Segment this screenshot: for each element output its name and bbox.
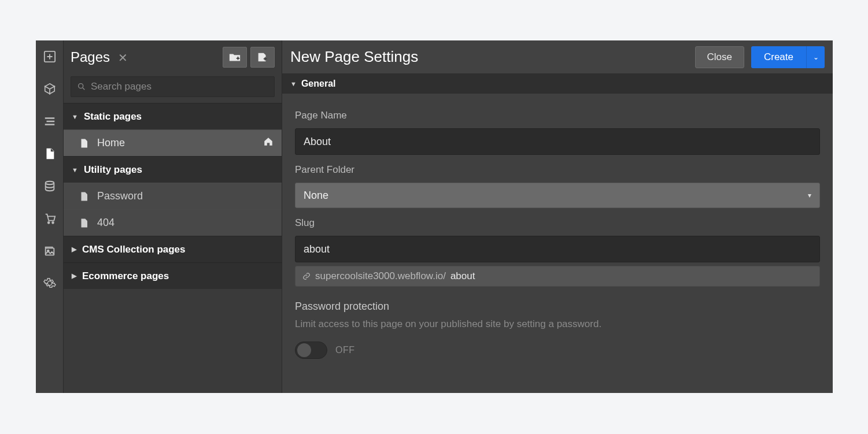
pages-panel: Pages ✕ Search pages ▼ Static pages xyxy=(64,40,282,393)
create-button[interactable]: Create xyxy=(751,46,806,68)
page-row-404[interactable]: 404 xyxy=(64,209,282,236)
settings-header: New Page Settings Close Create ⌄ xyxy=(282,40,833,74)
link-icon xyxy=(302,272,311,280)
pages-icon[interactable] xyxy=(36,138,64,170)
new-folder-button[interactable] xyxy=(223,47,247,68)
add-icon[interactable] xyxy=(36,40,64,73)
settings-icon[interactable] xyxy=(36,267,64,299)
section-ecommerce-pages[interactable]: ▶ Ecommerce pages xyxy=(64,262,282,289)
slug-label: Slug xyxy=(295,217,820,229)
new-page-button[interactable] xyxy=(250,47,275,68)
svg-point-1 xyxy=(46,181,54,185)
page-row-label: 404 xyxy=(97,217,114,229)
page-name-input[interactable] xyxy=(295,128,820,155)
page-icon xyxy=(79,138,89,149)
home-icon xyxy=(263,136,274,150)
page-icon xyxy=(79,218,89,228)
section-label-text: Static pages xyxy=(84,111,142,123)
create-button-group: Create ⌄ xyxy=(751,46,825,68)
left-iconbar xyxy=(36,40,64,393)
close-button[interactable]: Close xyxy=(695,46,744,68)
caret-down-icon: ▼ xyxy=(72,166,78,173)
pages-header: Pages ✕ xyxy=(64,40,282,74)
search-placeholder: Search pages xyxy=(91,81,152,92)
page-row-label: Password xyxy=(97,190,143,202)
page-icon xyxy=(79,191,89,202)
password-protection-title: Password protection xyxy=(295,301,820,313)
section-label-text: Utility pages xyxy=(84,164,142,176)
url-preview: supercoolsite3000.webflow.io/about xyxy=(295,266,820,287)
parent-folder-label: Parent Folder xyxy=(295,164,820,176)
page-name-label: Page Name xyxy=(295,110,820,121)
caret-right-icon: ▶ xyxy=(72,246,76,253)
parent-folder-select[interactable]: None xyxy=(295,183,820,208)
section-general[interactable]: ▼ General xyxy=(282,74,833,94)
password-toggle-label: OFF xyxy=(335,345,355,355)
svg-rect-4 xyxy=(46,248,54,255)
create-dropdown-button[interactable]: ⌄ xyxy=(806,46,825,68)
svg-point-3 xyxy=(52,222,54,224)
app-frame: Pages ✕ Search pages ▼ Static pages xyxy=(36,40,833,393)
page-row-label: Home xyxy=(97,137,125,149)
page-row-password[interactable]: Password xyxy=(64,183,282,209)
url-slug: about xyxy=(450,270,475,282)
settings-title: New Page Settings xyxy=(290,48,418,66)
password-toggle[interactable] xyxy=(295,342,327,359)
caret-right-icon: ▶ xyxy=(72,272,76,280)
search-icon xyxy=(77,82,86,91)
navigator-icon[interactable] xyxy=(36,105,64,138)
toggle-knob xyxy=(297,343,311,357)
settings-panel: New Page Settings Close Create ⌄ ▼ Gener… xyxy=(282,40,833,393)
caret-down-icon: ▼ xyxy=(290,80,297,87)
pages-title: Pages xyxy=(71,49,110,65)
section-general-label: General xyxy=(301,79,336,89)
section-cms-pages[interactable]: ▶ CMS Collection pages xyxy=(64,236,282,262)
pages-search-input[interactable]: Search pages xyxy=(71,76,275,97)
assets-icon[interactable] xyxy=(36,235,64,267)
section-static-pages[interactable]: ▼ Static pages xyxy=(64,103,282,129)
cms-icon[interactable] xyxy=(36,170,64,202)
section-utility-pages[interactable]: ▼ Utility pages xyxy=(64,156,282,183)
password-protection-sub: Limit access to this page on your publis… xyxy=(295,318,820,330)
url-prefix: supercoolsite3000.webflow.io/ xyxy=(315,270,446,282)
section-label-text: CMS Collection pages xyxy=(82,244,186,255)
section-label-text: Ecommerce pages xyxy=(82,270,169,282)
svg-point-2 xyxy=(48,222,50,224)
caret-down-icon: ▼ xyxy=(72,113,78,120)
form-body: Page Name Parent Folder None Slug superc… xyxy=(282,94,833,369)
svg-point-6 xyxy=(79,84,83,88)
cube-icon[interactable] xyxy=(36,73,64,105)
page-row-home[interactable]: Home xyxy=(64,129,282,156)
parent-folder-value: None xyxy=(304,190,328,202)
slug-input[interactable] xyxy=(295,236,820,262)
ecommerce-icon[interactable] xyxy=(36,202,64,235)
close-panel-icon[interactable]: ✕ xyxy=(118,51,128,65)
